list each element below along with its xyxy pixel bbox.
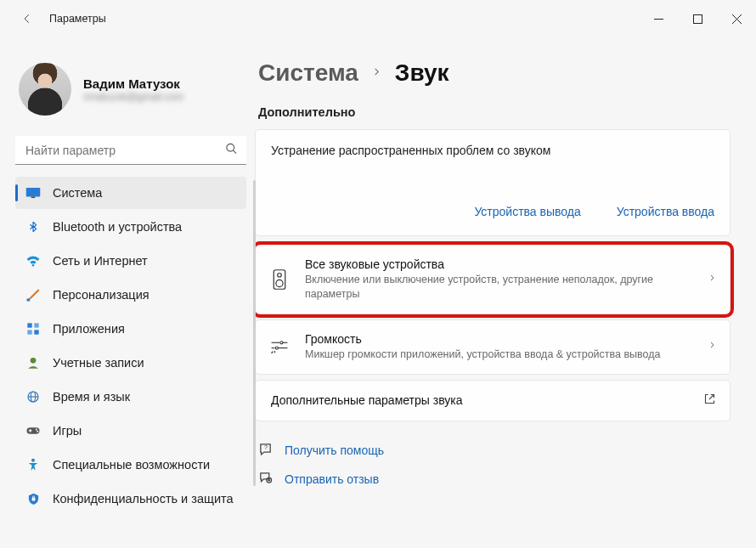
- sidebar-item-label: Приложения: [53, 322, 125, 336]
- sidebar-item-system[interactable]: Система: [15, 177, 246, 209]
- sidebar-item-label: Система: [53, 186, 102, 200]
- all-sound-devices-setting[interactable]: Все звуковые устройства Включение или вы…: [255, 245, 731, 314]
- setting-title: Все звуковые устройства: [305, 257, 693, 271]
- svg-point-23: [31, 459, 35, 462]
- svg-rect-7: [31, 197, 36, 199]
- svg-rect-9: [27, 299, 31, 302]
- setting-title: Дополнительные параметры звука: [271, 393, 688, 407]
- feedback-icon: [258, 471, 273, 488]
- apps-icon: [25, 321, 41, 336]
- sidebar-item-label: Персонализация: [53, 288, 150, 302]
- get-help-link[interactable]: ? Получить помощь: [258, 442, 731, 459]
- sidebar-item-label: Время и язык: [53, 390, 130, 404]
- speaker-icon: [269, 268, 290, 291]
- maximize-button[interactable]: [678, 5, 717, 32]
- close-button[interactable]: [717, 5, 756, 32]
- sidebar-item-label: Игры: [53, 424, 82, 438]
- breadcrumb: Система Звук: [255, 37, 731, 105]
- profile-email: vmatuzok@gmail.com: [83, 91, 183, 103]
- more-sound-settings[interactable]: Дополнительные параметры звука: [255, 380, 731, 421]
- chevron-right-icon: [708, 272, 716, 287]
- sidebar-item-label: Сеть и Интернет: [53, 254, 148, 268]
- sidebar-item-time-language[interactable]: Время и язык: [15, 381, 246, 413]
- svg-point-33: [275, 347, 278, 349]
- setting-desc: Микшер громкости приложений, устройства …: [305, 347, 693, 362]
- chevron-right-icon: [708, 339, 716, 354]
- breadcrumb-parent[interactable]: Система: [258, 59, 358, 87]
- chevron-right-icon: [372, 65, 381, 82]
- svg-point-20: [37, 431, 38, 432]
- sidebar-item-privacy[interactable]: Конфиденциальность и защита: [15, 483, 246, 515]
- svg-point-19: [36, 429, 37, 431]
- wifi-icon: [25, 253, 41, 268]
- svg-rect-10: [27, 323, 31, 327]
- svg-text:?: ?: [264, 444, 268, 451]
- give-feedback-link[interactable]: Отправить отзыв: [258, 471, 731, 488]
- shield-icon: [25, 491, 41, 506]
- bluetooth-icon: [25, 219, 41, 234]
- svg-point-30: [280, 342, 283, 344]
- minimize-button[interactable]: [639, 5, 678, 32]
- svg-rect-12: [27, 330, 31, 334]
- sidebar-item-network[interactable]: Сеть и Интернет: [15, 245, 246, 277]
- mixer-icon: [269, 339, 290, 354]
- search-icon: [225, 143, 238, 159]
- sidebar-item-gaming[interactable]: Игры: [15, 415, 246, 447]
- setting-title: Громкость: [305, 332, 693, 346]
- gamepad-icon: [25, 423, 41, 438]
- search-box[interactable]: [15, 136, 246, 165]
- link-label: Получить помощь: [285, 443, 384, 457]
- sidebar-scrollbar[interactable]: [253, 180, 256, 486]
- profile-block[interactable]: Вадим Матузок vmatuzok@gmail.com: [15, 37, 246, 136]
- sidebar-item-label: Bluetooth и устройства: [53, 220, 182, 234]
- back-button[interactable]: [15, 7, 39, 31]
- avatar: [19, 63, 71, 116]
- link-label: Отправить отзыв: [285, 472, 379, 486]
- sidebar-item-label: Специальные возможности: [53, 458, 210, 472]
- sidebar-item-apps[interactable]: Приложения: [15, 313, 246, 345]
- svg-point-14: [31, 358, 37, 364]
- sidebar-item-label: Учетные записи: [53, 356, 144, 370]
- sidebar-item-accessibility[interactable]: Специальные возможности: [15, 449, 246, 481]
- svg-point-4: [227, 144, 234, 151]
- svg-rect-1: [693, 14, 702, 23]
- svg-rect-11: [34, 323, 38, 327]
- svg-line-35: [709, 394, 714, 399]
- help-icon: ?: [258, 442, 273, 459]
- output-devices-link[interactable]: Устройства вывода: [474, 205, 580, 218]
- search-input[interactable]: [15, 136, 246, 165]
- profile-name: Вадим Матузок: [83, 76, 183, 91]
- sidebar-item-accounts[interactable]: Учетные записи: [15, 347, 246, 379]
- svg-rect-22: [30, 429, 31, 432]
- input-devices-link[interactable]: Устройства ввода: [617, 205, 714, 218]
- svg-point-28: [276, 280, 283, 286]
- section-label-advanced: Дополнительно: [258, 105, 731, 119]
- sidebar-item-personalization[interactable]: Персонализация: [15, 279, 246, 311]
- app-title: Параметры: [49, 13, 106, 25]
- breadcrumb-current: Звук: [395, 59, 449, 87]
- sidebar-nav: Система Bluetooth и устройства Сеть и Ин…: [15, 177, 246, 548]
- open-external-icon: [703, 393, 716, 409]
- brush-icon: [25, 287, 41, 302]
- troubleshoot-title: Устранение распространенных проблем со з…: [271, 144, 714, 157]
- volume-mixer-setting[interactable]: Громкость Микшер громкости приложений, у…: [255, 319, 731, 375]
- svg-rect-13: [34, 330, 38, 334]
- svg-rect-6: [26, 188, 41, 197]
- svg-line-5: [233, 150, 236, 154]
- sidebar-item-bluetooth[interactable]: Bluetooth и устройства: [15, 211, 246, 243]
- troubleshoot-card: Устранение распространенных проблем со з…: [255, 129, 731, 236]
- svg-point-27: [278, 273, 282, 277]
- display-icon: [25, 185, 41, 201]
- globe-icon: [25, 389, 41, 404]
- setting-desc: Включение или выключение устройств, устр…: [305, 273, 693, 302]
- sidebar-item-label: Конфиденциальность и защита: [53, 492, 234, 506]
- accessibility-icon: [25, 457, 41, 472]
- svg-point-8: [32, 264, 35, 267]
- person-icon: [25, 355, 41, 370]
